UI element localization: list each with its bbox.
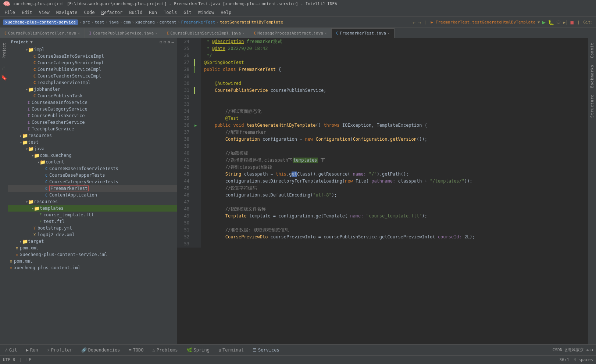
menu-code[interactable]: Code — [81, 9, 98, 16]
menu-edit[interactable]: Edit — [19, 9, 35, 16]
close-tab-1[interactable]: ✕ — [78, 31, 80, 35]
tree-item-test-ftl[interactable]: F test.ftl — [8, 218, 177, 225]
run-config-dropdown[interactable]: ▶ FreemarkerTest.testGenerateHtmlByTempl… — [431, 20, 536, 25]
menu-navigate[interactable]: Navigate — [53, 9, 81, 16]
menu-refactor[interactable]: Refactor — [98, 9, 125, 16]
sidebar-project-icon[interactable]: Project — [0, 40, 8, 62]
tree-item-TeachplanService[interactable]: I TeachplanService — [8, 126, 177, 132]
more-run[interactable]: ▶| — [563, 20, 568, 25]
tree-item-pom-xml[interactable]: m pom.xml — [8, 245, 177, 251]
tree-item-java[interactable]: ▾ 📁 java — [8, 145, 177, 152]
tree-collapse-icon[interactable]: ⊟ — [164, 40, 166, 44]
folder-icon: 📁 — [34, 152, 40, 158]
tree-item-course-template-ftl[interactable]: F course_template.ftl — [8, 212, 177, 218]
sidebar-commit-label[interactable]: Commit — [589, 40, 595, 61]
menu-view[interactable]: View — [36, 9, 53, 16]
bottom-dependencies-btn[interactable]: 🔗 Dependencies — [79, 347, 122, 353]
close-tab-3[interactable]: ✕ — [242, 31, 245, 35]
bottom-profiler-btn[interactable]: ⚡ Profiler — [45, 347, 75, 353]
project-root-badge[interactable]: xuecheng-plus-content-service — [3, 19, 78, 25]
services-icon: ☰ — [253, 347, 257, 353]
menu-run[interactable]: Run — [146, 9, 160, 16]
code-line-50 — [203, 220, 588, 227]
tree-item-FreemarkerTest[interactable]: C FreemarkerTest — [8, 185, 177, 192]
tree-item-test[interactable]: ▾ 📁 test — [8, 139, 177, 145]
code-line-37: //配置freemarker — [203, 129, 588, 136]
tree-expand-icon[interactable]: ⊞ — [160, 40, 163, 44]
bottom-terminal-btn[interactable]: ▯ Terminal — [216, 347, 246, 353]
tree-item-content-iml[interactable]: m xuecheng-plus-content.iml — [8, 264, 177, 271]
code-line-33 — [203, 101, 588, 108]
menu-file[interactable]: File — [1, 9, 18, 16]
debug-button[interactable]: 🐛 — [548, 19, 554, 25]
tree-item-CourseBaseInfoServiceTests[interactable]: C CourseBaseInfoServiceTests — [8, 165, 177, 172]
coverage-button[interactable]: 🛡 — [556, 20, 561, 25]
tree-item-content[interactable]: ▾ 📁 content — [8, 159, 177, 165]
dropdown-arrow[interactable]: ▼ — [538, 20, 540, 24]
menu-help[interactable]: Help — [218, 9, 234, 16]
tree-minimize-icon[interactable]: — — [171, 40, 174, 44]
nav-forward[interactable]: → — [418, 19, 421, 25]
tree-item-CourseCategoryServiceTests[interactable]: C CourseCategoryServiceTests — [8, 179, 177, 185]
tree-item-CoursePublishServiceImpl[interactable]: C CoursePublishServiceImpl — [8, 66, 177, 73]
bottom-run-btn[interactable]: ▶ Run — [24, 347, 40, 353]
nav-back[interactable]: ← — [413, 19, 415, 25]
tree-item-jobhandler[interactable]: ▾ 📁 jobhandler — [8, 86, 177, 93]
code-line-52: CoursePreviewDto coursePreviewInfo = cou… — [203, 234, 588, 241]
bottom-spring-btn[interactable]: 🌿 Spring — [185, 347, 212, 353]
tree-item-CourseCategoryServiceImpl[interactable]: C CourseCategoryServiceImpl — [8, 60, 177, 66]
bottom-git-btn[interactable]: ⑃ Git — [3, 347, 19, 353]
tree-item-CourseTeacherService[interactable]: I CourseTeacherService — [8, 119, 177, 126]
menu-window[interactable]: Window — [195, 9, 217, 16]
tree-item-CourseBaseInfoServiceImpl[interactable]: C CourseBaseInfoServiceImpl — [8, 53, 177, 60]
close-tab-2[interactable]: ✕ — [155, 31, 157, 35]
status-lf[interactable]: LF — [26, 357, 31, 362]
project-dropdown[interactable]: ▼ — [30, 40, 33, 44]
tree-item-service-iml[interactable]: m xuecheng-plus-content-service.iml — [8, 251, 177, 258]
tree-item-CourseBaseMapperTests[interactable]: C CourseBaseMapperTests — [8, 172, 177, 179]
menu-build[interactable]: Build — [126, 9, 145, 16]
tree-item-bootstrap-yml[interactable]: Y bootstrap.yml — [8, 225, 177, 231]
tree-item-com-xuecheng[interactable]: ▾ 📁 com.xuecheng — [8, 152, 177, 159]
tab-course-publish-service-impl[interactable]: C CoursePublishServiceImpl.java ✕ — [162, 28, 249, 38]
run-button[interactable]: ▶ — [542, 19, 546, 26]
code-line-46: configuration.setDefaultEncoding("utf-8"… — [203, 192, 588, 199]
tree-item-log4j2-xml[interactable]: X log4j2-dev.xml — [8, 231, 177, 238]
close-tab-5[interactable]: ✕ — [388, 31, 390, 35]
bottom-todo-btn[interactable]: ≡ TODO — [126, 347, 146, 353]
tab-course-publish-controller[interactable]: C CoursePublishController.java ✕ — [0, 28, 85, 38]
status-line-sep: | — [19, 357, 22, 362]
tab-course-publish-service[interactable]: I CoursePublishService.java ✕ — [85, 28, 163, 38]
sidebar-commit-icon[interactable]: ⑃ — [2, 65, 6, 72]
sidebar-structure-label[interactable]: Structure — [589, 91, 595, 120]
bottom-services-btn[interactable]: ☰ Services — [250, 347, 282, 353]
tree-settings-icon[interactable]: ⚙ — [168, 40, 170, 44]
tree-item-root-pom[interactable]: m pom.xml — [8, 258, 177, 264]
tree-item-CourseCategoryService[interactable]: I CourseCategoryService — [8, 106, 177, 112]
code-lines[interactable]: * @description freemarker测试 * @date 2022… — [201, 38, 588, 248]
tab-message-process-abstract[interactable]: C MessageProcessAbstract.java ✕ — [249, 28, 332, 38]
tree-item-test-resources[interactable]: ▾ 📁 resources — [8, 198, 177, 205]
tree-item-impl[interactable]: ▾ 📁 impl — [8, 46, 177, 53]
code-editor[interactable]: 24 25 26 27 28 29 30 31 32 33 34 35 36 3… — [177, 38, 588, 344]
menu-git[interactable]: Git — [181, 9, 194, 16]
tab-freemarker-test[interactable]: C FreemarkerTest.java ✕ — [332, 28, 395, 38]
interface-icon: I — [26, 100, 32, 105]
sidebar-bookmarks-label[interactable]: Bookmarks — [589, 62, 595, 91]
run-line-icon[interactable]: ▶ — [194, 123, 197, 128]
menu-tools[interactable]: Tools — [161, 9, 180, 16]
tree-item-ContentApplication[interactable]: C ContentApplication — [8, 192, 177, 198]
tree-item-CourseBaseInfoService[interactable]: I CourseBaseInfoService — [8, 99, 177, 106]
stop-button[interactable]: ■ — [570, 19, 573, 25]
close-tab-4[interactable]: ✕ — [325, 31, 327, 35]
tree-item-CourseTeacherServiceImpl[interactable]: C CourseTeacherServiceImpl — [8, 73, 177, 79]
status-encoding[interactable]: UTF-8 — [3, 357, 15, 362]
sidebar-bookmark-icon[interactable]: 🔖 — [1, 75, 7, 80]
tree-item-TeachplanServiceImpl[interactable]: C TeachplanServiceImpl — [8, 79, 177, 86]
tree-item-CoursePublishService[interactable]: I CoursePublishService — [8, 112, 177, 119]
tree-item-resources-main[interactable]: ▸ 📁 resources — [8, 132, 177, 139]
tree-item-templates[interactable]: ▾ 📁 templates — [8, 205, 177, 212]
tree-item-CoursePublishTask[interactable]: C CoursePublishTask — [8, 93, 177, 99]
bottom-problems-btn[interactable]: ⚠ Problems — [150, 347, 180, 353]
tree-item-target[interactable]: ▸ 📁 target — [8, 238, 177, 245]
